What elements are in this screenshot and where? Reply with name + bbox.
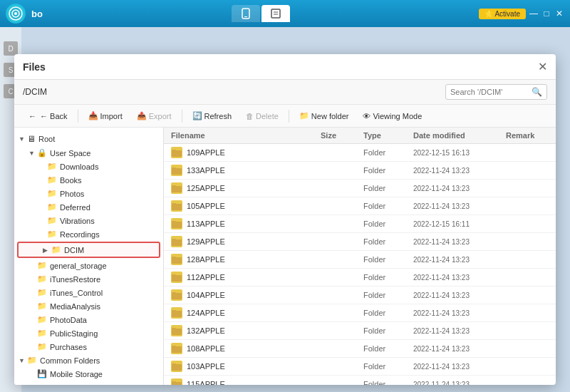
tree-item-common-folders[interactable]: ▼📁Common Folders [14, 354, 163, 367]
content-area: ▼🖥Root▼🔒User Space📁Downloads📁Books📁Photo… [14, 128, 556, 385]
minimize-button[interactable]: — [529, 9, 539, 19]
tree-label: iTunes_Control [50, 289, 103, 297]
tree-label: Deferred [60, 203, 90, 212]
svg-rect-25 [172, 292, 176, 294]
table-row[interactable]: 113APPLEFolder2022-12-15 16:11 [164, 215, 556, 233]
file-date: 2022-11-24 13:23 [413, 381, 506, 386]
new-folder-button[interactable]: 📁 New folder [294, 108, 355, 123]
tree-item-dcim[interactable]: ▶📁DCIM [17, 242, 160, 258]
activate-button[interactable]: ⭐ Activate [479, 9, 526, 19]
close-window-button[interactable]: ✕ [554, 9, 564, 19]
new-folder-label: New folder [311, 112, 349, 120]
tree-icon: 📁 [47, 202, 57, 212]
svg-rect-35 [172, 381, 176, 383]
tree-item-root[interactable]: ▼🖥Root [14, 132, 163, 146]
refresh-button[interactable]: 🔄 Refresh [187, 108, 238, 123]
tree-item-purchases[interactable]: 📁Purchases [14, 340, 163, 354]
app-controls: ⭐ Activate — □ ✕ [479, 9, 564, 19]
dialog-close-button[interactable]: ✕ [538, 60, 547, 73]
maximize-button[interactable]: □ [542, 9, 551, 19]
tree-item-itunesrestore[interactable]: 📁iTunesRestore [14, 272, 163, 286]
table-row[interactable]: 103APPLEFolder2022-11-24 13:23 [164, 358, 556, 376]
table-row[interactable]: 115APPLEFolder2022-11-24 13:23 [164, 376, 556, 385]
import-button[interactable]: 📥 Import [83, 108, 128, 123]
file-date: 2022-11-24 13:23 [413, 292, 506, 299]
tree-item-itunes_control[interactable]: 📁iTunes_Control [14, 286, 163, 299]
file-type: Folder [363, 220, 413, 228]
tree-label: PhotoData [50, 316, 87, 324]
svg-rect-11 [172, 167, 176, 170]
file-type: Folder [363, 326, 413, 335]
tree-label: Purchases [50, 343, 87, 351]
tree-label: Books [60, 176, 82, 185]
tree-item-deferred[interactable]: 📁Deferred [14, 200, 163, 214]
tree-arrow: ▼ [28, 150, 37, 157]
tree-label: User Space [50, 149, 90, 158]
file-type: Folder [363, 362, 413, 371]
table-row[interactable]: 109APPLEFolder2022-12-15 16:13 [164, 144, 556, 162]
tree-arrow: ▶ [43, 247, 51, 254]
tree-item-mobile-storage[interactable]: 💾Mobile Storage [14, 367, 163, 381]
table-row[interactable]: 108APPLEFolder2022-11-24 13:23 [164, 340, 556, 358]
table-row[interactable]: 124APPLEFolder2022-11-24 13:23 [164, 304, 556, 322]
svg-rect-21 [172, 257, 176, 259]
sidebar-icon-1[interactable]: D [4, 41, 18, 56]
tab-device[interactable] [232, 5, 260, 22]
file-date: 2022-11-24 13:23 [413, 202, 506, 210]
svg-rect-4 [244, 16, 247, 17]
tab-files[interactable] [261, 5, 290, 22]
file-name: 105APPLE [187, 202, 321, 210]
folder-icon [171, 272, 182, 283]
folder-icon [171, 361, 182, 372]
folder-icon [171, 165, 182, 176]
file-date: 2022-11-24 13:23 [413, 274, 506, 282]
table-row[interactable]: 129APPLEFolder2022-11-24 13:23 [164, 233, 556, 251]
table-row[interactable]: 112APPLEFolder2022-11-24 13:23 [164, 269, 556, 287]
file-name: 128APPLE [187, 255, 321, 264]
search-input[interactable] [450, 88, 529, 96]
file-date: 2022-11-24 13:23 [413, 363, 506, 371]
table-row[interactable]: 105APPLEFolder2022-11-24 13:23 [164, 197, 556, 215]
tree-item-user-space[interactable]: ▼🔒User Space [14, 146, 163, 160]
delete-icon: 🗑 [246, 112, 254, 120]
table-row[interactable]: 125APPLEFolder2022-11-24 13:23 [164, 180, 556, 197]
file-name: 112APPLE [187, 273, 321, 282]
tree-icon: 📁 [47, 175, 57, 185]
tree-icon: 📁 [37, 315, 47, 324]
tree-item-mediaanalysis[interactable]: 📁MediaAnalysis [14, 299, 163, 313]
tree-item-photodata[interactable]: 📁PhotoData [14, 313, 163, 326]
tree-item-vibrations[interactable]: 📁Vibrations [14, 214, 163, 227]
table-row[interactable]: 133APPLEFolder2022-11-24 13:23 [164, 162, 556, 180]
svg-rect-5 [271, 9, 280, 18]
file-date: 2022-12-15 16:13 [413, 149, 506, 157]
file-type: Folder [363, 273, 413, 282]
tree-item-recordings[interactable]: 📁Recordings [14, 227, 163, 241]
tree-item-downloads[interactable]: 📁Downloads [14, 160, 163, 173]
tree-label: Mobile Storage [50, 370, 103, 378]
tree-item-books[interactable]: 📁Books [14, 173, 163, 187]
table-row[interactable]: 128APPLEFolder2022-11-24 13:23 [164, 251, 556, 269]
col-header-remark: Remark [506, 131, 549, 140]
search-box[interactable]: 🔍 [445, 84, 547, 100]
svg-rect-9 [172, 150, 176, 152]
file-name: 104APPLE [187, 291, 321, 299]
table-row[interactable]: 104APPLEFolder2022-11-24 13:23 [164, 287, 556, 304]
table-row[interactable]: 132APPLEFolder2022-11-24 13:23 [164, 322, 556, 340]
viewing-mode-button[interactable]: 👁 Viewing Mode [357, 109, 428, 123]
file-name: 124APPLE [187, 309, 321, 317]
file-date: 2022-11-24 13:23 [413, 167, 506, 175]
folder-icon [171, 147, 182, 158]
tree-item-photos[interactable]: 📁Photos [14, 187, 163, 200]
tree-item-publicstaging[interactable]: 📁PublicStaging [14, 326, 163, 340]
tree-icon: 🔒 [37, 148, 47, 158]
app-logo [6, 4, 26, 24]
export-button[interactable]: 📤 Export [131, 108, 177, 123]
folder-icon [171, 254, 182, 265]
file-date: 2022-11-24 13:23 [413, 238, 506, 246]
new-folder-icon: 📁 [299, 111, 309, 120]
delete-button[interactable]: 🗑 Delete [240, 109, 284, 123]
folder-icon [171, 236, 182, 247]
back-button[interactable]: ← ← Back [23, 109, 73, 123]
tree-item-general_storage[interactable]: 📁general_storage [14, 259, 163, 272]
app-name-label: bo [31, 9, 43, 19]
